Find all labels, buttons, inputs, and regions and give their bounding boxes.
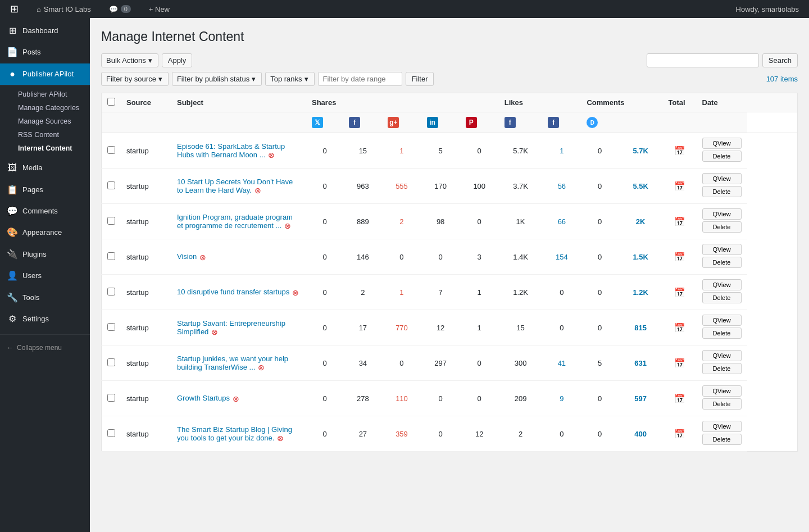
row-pinterest-shares: 0 bbox=[460, 204, 499, 239]
row-date-icon[interactable]: 📅 bbox=[663, 416, 697, 452]
calendar-icon[interactable]: 📅 bbox=[674, 252, 685, 262]
remove-icon[interactable]: ⊗ bbox=[199, 253, 207, 261]
row-checkbox[interactable] bbox=[107, 288, 115, 295]
filter-button[interactable]: Filter bbox=[406, 72, 434, 86]
calendar-icon[interactable]: 📅 bbox=[674, 181, 685, 191]
delete-button[interactable]: Delete bbox=[702, 221, 742, 233]
calendar-icon[interactable]: 📅 bbox=[674, 217, 685, 226]
qview-button[interactable]: QView bbox=[702, 208, 742, 220]
delete-button[interactable]: Delete bbox=[702, 328, 742, 339]
row-date-icon[interactable]: 📅 bbox=[663, 204, 697, 239]
subject-link[interactable]: 10 disruptive fund transfer startups bbox=[177, 288, 289, 296]
row-checkbox[interactable] bbox=[107, 217, 115, 225]
apply-button[interactable]: Apply bbox=[162, 53, 193, 67]
remove-icon[interactable]: ⊗ bbox=[257, 363, 265, 371]
row-checkbox[interactable] bbox=[107, 358, 115, 366]
filter-source-dropdown[interactable]: Filter by source ▾ bbox=[101, 72, 169, 86]
sidebar-item-dashboard[interactable]: ⊞ Dashboard bbox=[0, 20, 90, 42]
calendar-icon[interactable]: 📅 bbox=[674, 323, 685, 333]
subject-link[interactable]: Vision bbox=[177, 252, 197, 261]
row-date-icon[interactable]: 📅 bbox=[663, 275, 697, 310]
qview-button[interactable]: QView bbox=[702, 350, 742, 361]
new-content-button[interactable]: + New bbox=[144, 0, 174, 18]
subject-link[interactable]: Ignition Program, graduate program et pr… bbox=[177, 213, 293, 230]
sidebar-sub-rss-content[interactable]: RSS Content bbox=[0, 128, 90, 142]
calendar-icon[interactable]: 📅 bbox=[674, 394, 685, 403]
delete-button[interactable]: Delete bbox=[702, 434, 742, 445]
subject-link[interactable]: The Smart Biz Startup Blog | Giving you … bbox=[177, 425, 292, 442]
delete-button[interactable]: Delete bbox=[702, 257, 742, 268]
sidebar-item-media[interactable]: 🖼 Media bbox=[0, 157, 90, 179]
qview-button[interactable]: QView bbox=[702, 279, 742, 290]
sidebar-item-publisher-apilot[interactable]: ● Publisher APilot bbox=[0, 63, 90, 85]
wp-logo[interactable]: ⊞ bbox=[6, 0, 23, 18]
sidebar-sub-publisher-apilot[interactable]: Publisher APilot bbox=[0, 88, 90, 101]
row-checkbox[interactable] bbox=[107, 181, 115, 189]
row-checkbox[interactable] bbox=[107, 323, 115, 331]
row-checkbox[interactable] bbox=[107, 429, 115, 437]
row-date-icon[interactable]: 📅 bbox=[663, 239, 697, 275]
sidebar-sub-internet-content[interactable]: Internet Content bbox=[0, 142, 90, 155]
sidebar-sub-manage-categories[interactable]: Manage Categories bbox=[0, 101, 90, 115]
publisher-icon: ● bbox=[7, 68, 18, 80]
delete-button[interactable]: Delete bbox=[702, 186, 742, 197]
row-subject: Startup junkies, we want your help build… bbox=[171, 345, 306, 381]
sidebar-item-posts[interactable]: 📄 Posts bbox=[0, 42, 90, 63]
row-date-icon[interactable]: 📅 bbox=[663, 345, 697, 381]
sidebar-item-tools[interactable]: 🔧 Tools bbox=[0, 287, 90, 308]
sidebar-item-users[interactable]: 👤 Users bbox=[0, 265, 90, 287]
remove-icon[interactable]: ⊗ bbox=[284, 222, 292, 230]
collapse-menu-button[interactable]: ← Collapse menu bbox=[0, 339, 90, 356]
remove-icon[interactable]: ⊗ bbox=[254, 187, 262, 194]
sidebar-item-pages[interactable]: 📋 Pages bbox=[0, 179, 90, 201]
delete-button[interactable]: Delete bbox=[702, 151, 742, 162]
delete-button[interactable]: Delete bbox=[702, 363, 742, 374]
subject-link[interactable]: Growth Startups bbox=[177, 394, 230, 402]
sidebar-sub-manage-sources[interactable]: Manage Sources bbox=[0, 115, 90, 128]
row-checkbox[interactable] bbox=[107, 146, 115, 154]
sidebar-item-settings[interactable]: ⚙ Settings bbox=[0, 308, 90, 330]
qview-button[interactable]: QView bbox=[702, 421, 742, 432]
search-button[interactable]: Search bbox=[762, 53, 798, 67]
row-date-icon[interactable]: 📅 bbox=[663, 133, 697, 169]
row-date-icon[interactable]: 📅 bbox=[663, 381, 697, 416]
select-all-checkbox[interactable] bbox=[107, 98, 115, 106]
bulk-actions-dropdown[interactable]: Bulk Actions ▾ bbox=[101, 53, 158, 67]
date-range-input[interactable] bbox=[318, 72, 402, 86]
row-checkbox[interactable] bbox=[107, 252, 115, 260]
remove-icon[interactable]: ⊗ bbox=[276, 434, 284, 442]
calendar-icon[interactable]: 📅 bbox=[674, 429, 685, 439]
delete-button[interactable]: Delete bbox=[702, 292, 742, 303]
calendar-icon[interactable]: 📅 bbox=[674, 288, 685, 297]
row-subject: Growth Startups ⊗ bbox=[171, 381, 306, 416]
top-ranks-dropdown[interactable]: Top ranks ▾ bbox=[265, 72, 314, 86]
delete-button[interactable]: Delete bbox=[702, 398, 742, 410]
main-content: Manage Internet Content Bulk Actions ▾ A… bbox=[90, 18, 809, 532]
remove-icon[interactable]: ⊗ bbox=[211, 328, 219, 336]
remove-icon[interactable]: ⊗ bbox=[232, 395, 240, 403]
calendar-icon[interactable]: 📅 bbox=[674, 146, 685, 156]
qview-button[interactable]: QView bbox=[702, 315, 742, 326]
search-input[interactable] bbox=[647, 53, 759, 67]
qview-button[interactable]: QView bbox=[702, 173, 742, 184]
sidebar-item-plugins[interactable]: 🔌 Plugins bbox=[0, 244, 90, 265]
qview-button[interactable]: QView bbox=[702, 244, 742, 255]
howdy-user[interactable]: Howdy, smartiolabs bbox=[731, 0, 803, 18]
row-checkbox[interactable] bbox=[107, 394, 115, 402]
comments-link[interactable]: 💬 0 bbox=[104, 0, 135, 18]
settings-icon: ⚙ bbox=[7, 313, 18, 325]
filter-status-dropdown[interactable]: Filter by publish status ▾ bbox=[172, 72, 262, 86]
row-date-icon[interactable]: 📅 bbox=[663, 169, 697, 204]
remove-icon[interactable]: ⊗ bbox=[292, 289, 299, 297]
row-date-icon[interactable]: 📅 bbox=[663, 310, 697, 345]
sidebar-item-appearance[interactable]: 🎨 Appearance bbox=[0, 222, 90, 243]
subject-link[interactable]: 10 Start Up Secrets You Don't Have to Le… bbox=[177, 178, 293, 194]
subject-link[interactable]: Startup junkies, we want your help build… bbox=[177, 354, 288, 371]
calendar-icon[interactable]: 📅 bbox=[674, 358, 685, 368]
qview-button[interactable]: QView bbox=[702, 138, 742, 149]
sidebar-item-comments[interactable]: 💬 Comments bbox=[0, 201, 90, 222]
remove-icon[interactable]: ⊗ bbox=[267, 151, 275, 159]
site-name[interactable]: ⌂ Smart IO Labs bbox=[32, 0, 96, 18]
qview-button[interactable]: QView bbox=[702, 385, 742, 397]
subject-link[interactable]: Startup Savant: Entrepreneurship Simplif… bbox=[177, 319, 285, 336]
